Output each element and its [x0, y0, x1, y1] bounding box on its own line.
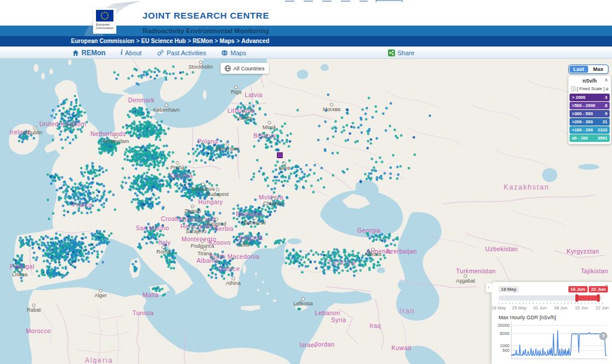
- nav-item-remon[interactable]: REMon: [72, 49, 105, 57]
- clipped-link: [285, 1, 294, 2]
- clipped-link: [322, 1, 332, 2]
- legend-row[interactable]: >300 - 5009: [570, 110, 610, 117]
- globe-icon: [221, 49, 228, 56]
- legend-row[interactable]: >100 - 2002323: [570, 126, 610, 134]
- share-button[interactable]: Share: [388, 47, 414, 59]
- fixed-scale-label: [ Fixed Scale ]: [576, 86, 606, 91]
- breadcrumb-item[interactable]: REMon: [193, 38, 212, 44]
- hamburger-icon[interactable]: ≡: [606, 86, 609, 92]
- share-icon: [388, 49, 395, 56]
- toggle-last[interactable]: Last: [570, 66, 588, 73]
- breadcrumb-item[interactable]: European Commission: [71, 38, 134, 44]
- slider-handle-start[interactable]: [575, 294, 578, 302]
- slider-axis-label: 18 May: [492, 305, 506, 311]
- slider-ticks: [499, 302, 602, 305]
- breadcrumb-band: European Commission>EU Science Hub>REMon…: [0, 36, 612, 47]
- breadcrumb: European Commission>EU Science Hub>REMon…: [71, 38, 269, 44]
- breadcrumb-item[interactable]: Advanced: [241, 38, 269, 44]
- slider-axis-label: 25 May: [512, 305, 526, 311]
- remon-advanced-map-page: { "header": { "logo_text": "European\nCo…: [0, 0, 612, 364]
- globe-icon: [225, 65, 231, 72]
- clipped-search-box: [376, 0, 403, 2]
- info-icon: i: [120, 48, 122, 57]
- ec-logo-text: European Commission: [96, 23, 113, 30]
- slider-axis-label: 01 Jun: [533, 305, 547, 311]
- share-label: Share: [397, 49, 414, 56]
- legend-panel: nSv/h ∧ ? [ Fixed Scale ] ≡ > 20003>500 …: [568, 76, 611, 144]
- legend-units: nSv/h: [570, 78, 610, 84]
- time-slider-selection[interactable]: [577, 295, 598, 301]
- gears-icon: [156, 49, 164, 56]
- legend-fixed-scale-row[interactable]: ? [ Fixed Scale ] ≡: [570, 85, 610, 92]
- panel-expand-icon[interactable]: ›: [486, 283, 492, 292]
- legend-row[interactable]: ≥0 - 1003501: [570, 134, 610, 142]
- legend-row[interactable]: > 20003: [570, 94, 610, 101]
- range-start-badge: 18 May: [499, 286, 519, 292]
- app-subtitle: Radioactivity Environmental Monitoring: [143, 27, 269, 34]
- clipped-link: [304, 1, 313, 2]
- all-countries-button[interactable]: All Countries: [220, 63, 269, 74]
- chart-title: Max Hourly GDR [nSv/h]: [499, 315, 556, 320]
- slider-handle-end[interactable]: [597, 294, 600, 302]
- all-countries-label: All Countries: [233, 65, 265, 72]
- clipped-link: [341, 1, 350, 2]
- eu-flag-box: European Commission: [93, 8, 116, 34]
- slider-axis-label: 15 Jun: [575, 305, 588, 311]
- slider-axis-label: 22 Jun: [596, 305, 609, 311]
- clipped-link: [360, 1, 368, 2]
- slider-axis-label: 08 Jun: [554, 305, 568, 311]
- nav-item-maps[interactable]: Maps: [221, 49, 246, 56]
- selection-end-badge: 22 Jun: [589, 286, 608, 292]
- selection-start-badge: 16 Jun: [568, 286, 588, 292]
- breadcrumb-item[interactable]: Maps: [220, 38, 235, 44]
- page-title: JOINT RESEARCH CENTRE: [143, 10, 269, 21]
- ec-logo: European Commission: [81, 0, 140, 36]
- nav-items: REMoniAboutPast ActivitiesMaps: [72, 47, 246, 59]
- legend-header: nSv/h ∧: [570, 77, 610, 85]
- svg-text:6000: 6000: [500, 331, 510, 336]
- timeseries-panel: › ∨ 18 May 16 Jun 22 Jun 18 May25 May01 …: [492, 282, 612, 364]
- chart-help-icon[interactable]: ?: [599, 332, 607, 340]
- last-max-toggle[interactable]: Last Max: [568, 65, 609, 74]
- nav-item-about[interactable]: iAbout: [120, 48, 141, 57]
- legend-row[interactable]: >200 - 30021: [570, 118, 610, 126]
- legend-collapse-icon[interactable]: ∧: [604, 77, 608, 83]
- legend-row[interactable]: >500 - 20008: [570, 102, 610, 109]
- svg-text:20000: 20000: [497, 323, 510, 328]
- nav-item-past-activities[interactable]: Past Activities: [156, 49, 206, 56]
- time-slider-track[interactable]: [499, 295, 602, 301]
- home-icon: [72, 49, 79, 56]
- slider-axis-labels: 18 May25 May01 Jun08 Jun15 Jun22 Jun: [499, 305, 602, 311]
- legend-rows: > 20003>500 - 20008>300 - 5009>200 - 300…: [570, 94, 610, 142]
- svg-text:500: 500: [502, 348, 510, 353]
- gdr-chart: 2000060001000500: [492, 320, 612, 364]
- eu-flag-icon: [96, 10, 113, 22]
- map-canvas[interactable]: DenmarkUnited KingdomIrelandNetherlandsP…: [0, 59, 612, 364]
- header: European Commission JOINT RESEARCH CENTR…: [0, 0, 612, 26]
- help-icon[interactable]: ?: [571, 86, 576, 91]
- main-nav: REMoniAboutPast ActivitiesMaps Share: [0, 47, 612, 59]
- breadcrumb-item[interactable]: EU Science Hub: [141, 38, 186, 44]
- toggle-max[interactable]: Max: [589, 66, 608, 73]
